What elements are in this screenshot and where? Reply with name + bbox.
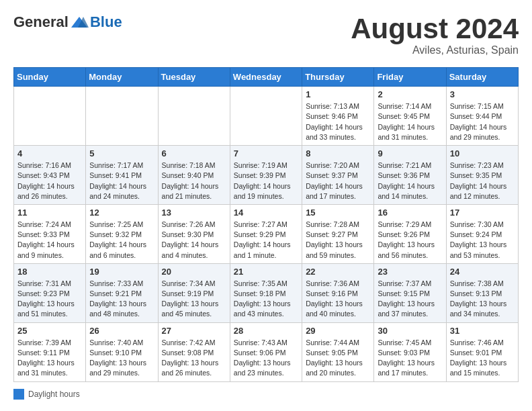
calendar-day-header: Friday [374, 68, 446, 87]
day-number: 14 [234, 208, 298, 218]
day-info-text: Sunrise: 7:33 AM Sunset: 9:21 PM Dayligh… [89, 279, 154, 320]
day-info-text: Sunrise: 7:29 AM Sunset: 9:26 PM Dayligh… [378, 220, 442, 261]
calendar-header-row: SundayMondayTuesdayWednesdayThursdayFrid… [14, 68, 519, 87]
day-info-text: Sunrise: 7:35 AM Sunset: 9:18 PM Dayligh… [234, 279, 298, 320]
calendar-week-row: 11Sunrise: 7:24 AM Sunset: 9:33 PM Dayli… [14, 204, 519, 263]
day-number: 6 [162, 148, 226, 158]
day-number: 17 [450, 208, 515, 218]
calendar-day-cell: 22Sunrise: 7:36 AM Sunset: 9:16 PM Dayli… [302, 263, 374, 322]
day-number: 15 [306, 208, 370, 218]
day-number: 16 [378, 208, 442, 218]
calendar-day-header: Sunday [14, 68, 86, 87]
day-number: 23 [378, 267, 442, 277]
day-info-text: Sunrise: 7:20 AM Sunset: 9:37 PM Dayligh… [306, 161, 370, 201]
calendar-day-cell: 23Sunrise: 7:37 AM Sunset: 9:15 PM Dayli… [374, 263, 446, 322]
calendar-day-cell [14, 87, 86, 146]
legend: Daylight hours [13, 389, 519, 400]
calendar-day-header: Saturday [446, 68, 518, 87]
day-info-text: Sunrise: 7:37 AM Sunset: 9:15 PM Dayligh… [378, 279, 442, 320]
day-number: 5 [89, 148, 154, 158]
calendar-week-row: 1Sunrise: 7:13 AM Sunset: 9:46 PM Daylig… [14, 87, 519, 146]
day-info-text: Sunrise: 7:25 AM Sunset: 9:32 PM Dayligh… [89, 220, 154, 261]
calendar-day-cell [230, 87, 302, 146]
calendar-day-cell: 27Sunrise: 7:42 AM Sunset: 9:08 PM Dayli… [158, 322, 230, 381]
calendar-day-cell [86, 87, 158, 146]
day-info-text: Sunrise: 7:46 AM Sunset: 9:01 PM Dayligh… [450, 338, 515, 379]
logo-blue-text: Blue [90, 13, 122, 31]
calendar-day-cell: 17Sunrise: 7:30 AM Sunset: 9:24 PM Dayli… [446, 204, 518, 263]
calendar-day-cell: 31Sunrise: 7:46 AM Sunset: 9:01 PM Dayli… [446, 322, 518, 381]
calendar-day-cell: 8Sunrise: 7:20 AM Sunset: 9:37 PM Daylig… [302, 146, 374, 205]
calendar-day-cell: 25Sunrise: 7:39 AM Sunset: 9:11 PM Dayli… [14, 322, 86, 381]
day-info-text: Sunrise: 7:34 AM Sunset: 9:19 PM Dayligh… [162, 279, 226, 320]
calendar-day-header: Thursday [302, 68, 374, 87]
day-number: 24 [450, 267, 515, 277]
day-number: 2 [378, 89, 442, 99]
calendar-day-cell: 10Sunrise: 7:23 AM Sunset: 9:35 PM Dayli… [446, 146, 518, 205]
legend-color-box [13, 389, 24, 400]
calendar-day-cell: 14Sunrise: 7:27 AM Sunset: 9:29 PM Dayli… [230, 204, 302, 263]
day-info-text: Sunrise: 7:27 AM Sunset: 9:29 PM Dayligh… [234, 220, 298, 261]
day-number: 20 [162, 267, 226, 277]
day-number: 19 [89, 267, 154, 277]
calendar-day-header: Wednesday [230, 68, 302, 87]
calendar-day-header: Monday [86, 68, 158, 87]
day-number: 4 [17, 148, 82, 158]
calendar-day-cell: 2Sunrise: 7:14 AM Sunset: 9:45 PM Daylig… [374, 87, 446, 146]
day-number: 1 [306, 89, 370, 99]
day-info-text: Sunrise: 7:18 AM Sunset: 9:40 PM Dayligh… [162, 161, 226, 201]
calendar-day-cell: 7Sunrise: 7:19 AM Sunset: 9:39 PM Daylig… [230, 146, 302, 205]
calendar-day-cell: 19Sunrise: 7:33 AM Sunset: 9:21 PM Dayli… [86, 263, 158, 322]
calendar-day-cell: 30Sunrise: 7:45 AM Sunset: 9:03 PM Dayli… [374, 322, 446, 381]
logo: General Blue [13, 13, 122, 31]
calendar-day-cell: 5Sunrise: 7:17 AM Sunset: 9:41 PM Daylig… [86, 146, 158, 205]
month-year-title: August 2024 [351, 13, 519, 44]
location-subtitle: Aviles, Asturias, Spain [351, 44, 519, 56]
title-block: August 2024 Aviles, Asturias, Spain [351, 13, 519, 56]
day-number: 3 [450, 89, 515, 99]
calendar-day-cell: 3Sunrise: 7:15 AM Sunset: 9:44 PM Daylig… [446, 87, 518, 146]
calendar-day-cell: 28Sunrise: 7:43 AM Sunset: 9:06 PM Dayli… [230, 322, 302, 381]
calendar-day-cell: 21Sunrise: 7:35 AM Sunset: 9:18 PM Dayli… [230, 263, 302, 322]
day-info-text: Sunrise: 7:31 AM Sunset: 9:23 PM Dayligh… [17, 279, 82, 320]
page-header: General Blue August 2024 Aviles, Asturia… [13, 13, 519, 56]
calendar-week-row: 4Sunrise: 7:16 AM Sunset: 9:43 PM Daylig… [14, 146, 519, 205]
day-number: 27 [162, 326, 226, 336]
calendar-day-cell: 6Sunrise: 7:18 AM Sunset: 9:40 PM Daylig… [158, 146, 230, 205]
logo-icon [70, 15, 89, 29]
calendar-day-cell: 13Sunrise: 7:26 AM Sunset: 9:30 PM Dayli… [158, 204, 230, 263]
day-info-text: Sunrise: 7:24 AM Sunset: 9:33 PM Dayligh… [17, 220, 82, 261]
day-info-text: Sunrise: 7:39 AM Sunset: 9:11 PM Dayligh… [17, 338, 82, 379]
legend-label: Daylight hours [28, 390, 80, 399]
day-info-text: Sunrise: 7:45 AM Sunset: 9:03 PM Dayligh… [378, 338, 442, 379]
day-info-text: Sunrise: 7:21 AM Sunset: 9:36 PM Dayligh… [378, 161, 442, 201]
day-info-text: Sunrise: 7:36 AM Sunset: 9:16 PM Dayligh… [306, 279, 370, 320]
day-number: 29 [306, 326, 370, 336]
calendar-day-cell [158, 87, 230, 146]
day-number: 28 [234, 326, 298, 336]
day-info-text: Sunrise: 7:16 AM Sunset: 9:43 PM Dayligh… [17, 161, 82, 201]
calendar-day-cell: 29Sunrise: 7:44 AM Sunset: 9:05 PM Dayli… [302, 322, 374, 381]
calendar-week-row: 25Sunrise: 7:39 AM Sunset: 9:11 PM Dayli… [14, 322, 519, 381]
day-info-text: Sunrise: 7:43 AM Sunset: 9:06 PM Dayligh… [234, 338, 298, 379]
day-info-text: Sunrise: 7:40 AM Sunset: 9:10 PM Dayligh… [89, 338, 154, 379]
calendar-day-cell: 12Sunrise: 7:25 AM Sunset: 9:32 PM Dayli… [86, 204, 158, 263]
day-number: 9 [378, 148, 442, 158]
day-info-text: Sunrise: 7:14 AM Sunset: 9:45 PM Dayligh… [378, 101, 442, 142]
calendar-day-cell: 24Sunrise: 7:38 AM Sunset: 9:13 PM Dayli… [446, 263, 518, 322]
day-number: 25 [17, 326, 82, 336]
day-number: 18 [17, 267, 82, 277]
day-number: 8 [306, 148, 370, 158]
day-info-text: Sunrise: 7:19 AM Sunset: 9:39 PM Dayligh… [234, 161, 298, 201]
calendar-table: SundayMondayTuesdayWednesdayThursdayFrid… [13, 67, 519, 381]
calendar-day-cell: 20Sunrise: 7:34 AM Sunset: 9:19 PM Dayli… [158, 263, 230, 322]
day-number: 26 [89, 326, 154, 336]
calendar-day-cell: 26Sunrise: 7:40 AM Sunset: 9:10 PM Dayli… [86, 322, 158, 381]
day-info-text: Sunrise: 7:13 AM Sunset: 9:46 PM Dayligh… [306, 101, 370, 142]
day-number: 13 [162, 208, 226, 218]
day-number: 7 [234, 148, 298, 158]
day-info-text: Sunrise: 7:30 AM Sunset: 9:24 PM Dayligh… [450, 220, 515, 261]
calendar-day-cell: 11Sunrise: 7:24 AM Sunset: 9:33 PM Dayli… [14, 204, 86, 263]
calendar-day-cell: 1Sunrise: 7:13 AM Sunset: 9:46 PM Daylig… [302, 87, 374, 146]
day-number: 30 [378, 326, 442, 336]
